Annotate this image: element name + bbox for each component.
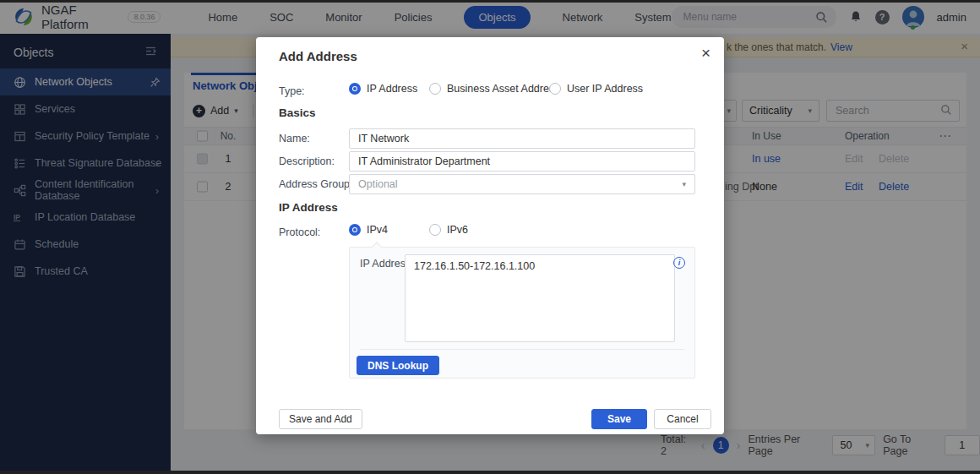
- description-field[interactable]: IT Administrator Department: [349, 151, 695, 172]
- chevron-down-icon: ▾: [682, 180, 686, 188]
- radio-unselected-icon: [429, 224, 441, 236]
- app-window: NGAF Platform 8.0.36 Home SOC Monitor Po…: [0, 0, 980, 474]
- ip-address-textarea[interactable]: 172.16.1.50-172.16.1.100: [405, 254, 675, 342]
- save-button[interactable]: Save: [591, 409, 647, 429]
- modal-title: Add Address: [279, 49, 357, 63]
- basics-heading: Basics: [279, 106, 316, 119]
- info-icon[interactable]: i: [673, 257, 685, 269]
- radio-selected-icon: [349, 224, 361, 236]
- dns-lookup-button[interactable]: DNS Lookup: [357, 356, 439, 375]
- description-label: Description:: [279, 155, 335, 167]
- protocol-label: Protocol:: [279, 226, 320, 238]
- radio-ipv6[interactable]: IPv6: [429, 224, 468, 236]
- add-address-modal: Add Address × Type: IP Address Business …: [256, 37, 724, 434]
- ip-address-panel: IP Address: 172.16.1.50-172.16.1.100 i D…: [349, 247, 695, 379]
- cancel-button[interactable]: Cancel: [654, 409, 711, 429]
- radio-ipv4[interactable]: IPv4: [349, 224, 388, 236]
- type-label: Type:: [279, 85, 305, 97]
- panel-notch: [372, 242, 381, 251]
- address-group-label: Address Group:: [279, 178, 353, 190]
- radio-business-asset-address[interactable]: Business Asset Address: [429, 83, 559, 95]
- radio-unselected-icon: [549, 83, 561, 95]
- radio-user-ip-address[interactable]: User IP Address: [549, 83, 643, 95]
- name-field[interactable]: IT Network: [349, 128, 695, 149]
- save-and-add-button[interactable]: Save and Add: [279, 409, 362, 429]
- ip-address-heading: IP Address: [279, 201, 338, 214]
- address-group-select[interactable]: Optional ▾: [349, 174, 695, 194]
- radio-selected-icon: [349, 83, 361, 95]
- panel-divider: [360, 349, 684, 350]
- radio-unselected-icon: [429, 83, 441, 95]
- name-label: Name:: [279, 133, 310, 144]
- close-icon[interactable]: ×: [701, 44, 710, 63]
- radio-ip-address[interactable]: IP Address: [349, 83, 417, 95]
